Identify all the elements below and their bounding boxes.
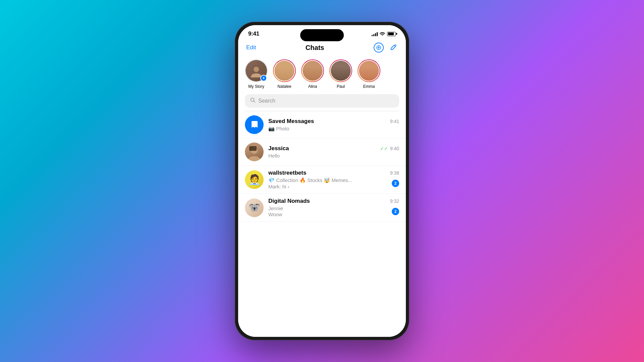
- status-time: 9:41: [248, 31, 259, 37]
- search-container[interactable]: Search: [238, 93, 406, 111]
- story-natalee[interactable]: Natalee: [273, 59, 296, 89]
- add-story-button[interactable]: +: [260, 75, 267, 81]
- badge-wsb: 2: [392, 180, 399, 187]
- saved-messages-avatar: [245, 115, 264, 134]
- phone-device: 9:41: [235, 22, 409, 340]
- header-actions: [374, 43, 398, 53]
- edit-button[interactable]: Edit: [246, 44, 256, 51]
- new-group-button[interactable]: [374, 43, 384, 53]
- chat-content-saved: Saved Messages 9:41 📷 Photo: [268, 118, 399, 132]
- story-label-alina: Alina: [308, 84, 317, 89]
- svg-line-5: [254, 101, 255, 103]
- page-title: Chats: [306, 44, 324, 52]
- search-bar[interactable]: Search: [245, 94, 399, 108]
- chat-content-wsb: wallstreetbets 9:38 💎 Collection 🔥 Stock…: [268, 170, 399, 189]
- story-paul[interactable]: Paul: [329, 59, 352, 89]
- chat-list: Saved Messages 9:41 📷 Photo: [238, 111, 406, 337]
- chat-name-wsb: wallstreetbets: [268, 170, 306, 176]
- dn-preview: Jennie Woow: [268, 205, 392, 218]
- wsb-mark-preview: Mark: hi ›: [268, 184, 289, 189]
- chat-name-dn: Digital Nomads: [268, 198, 310, 204]
- signal-icon: [372, 32, 378, 36]
- wsb-avatar: 🧑‍💼: [245, 170, 264, 189]
- chat-preview-jessica: Hello: [268, 153, 280, 159]
- wsb-tags-row: 💎 Collection 🔥 Stocks 🤯 Memes...: [268, 177, 392, 183]
- header: Edit Chats: [238, 40, 406, 57]
- battery-icon: [387, 32, 396, 36]
- dn-preview-name: Jennie: [268, 205, 283, 211]
- svg-rect-7: [249, 146, 257, 151]
- wsb-tag-memes: 🤯 Memes...: [324, 177, 352, 183]
- story-label-emma: Emma: [363, 84, 375, 89]
- status-icons: [372, 31, 396, 37]
- search-icon: [250, 98, 256, 104]
- chat-time-jessica: 9:40: [390, 146, 399, 151]
- stories-row: + My Story Natalee: [238, 57, 406, 93]
- chat-content-jessica: Jessica ✓✓ 9:40 Hello: [268, 145, 399, 159]
- wsb-mark-row: Mark: hi ›: [268, 184, 392, 189]
- search-placeholder: Search: [258, 98, 275, 104]
- dn-avatar: 🐨: [245, 198, 264, 217]
- badge-dn: 2: [392, 208, 399, 215]
- story-my-story[interactable]: + My Story: [245, 59, 268, 89]
- story-label-paul: Paul: [337, 84, 345, 89]
- chat-name-saved: Saved Messages: [268, 118, 314, 125]
- dn-preview-sub: Woow: [268, 212, 282, 217]
- chat-time-wsb: 9:38: [390, 170, 399, 176]
- chat-content-dn: Digital Nomads 9:32 Jennie Woow 2: [268, 198, 399, 218]
- chat-item-saved-messages[interactable]: Saved Messages 9:41 📷 Photo: [238, 111, 406, 138]
- double-check-jessica: ✓✓: [380, 146, 388, 151]
- story-label-my-story: My Story: [248, 84, 264, 89]
- jessica-avatar: [245, 142, 264, 161]
- story-emma[interactable]: Emma: [358, 59, 380, 89]
- chat-item-jessica[interactable]: Jessica ✓✓ 9:40 Hello: [238, 138, 406, 166]
- chat-name-jessica: Jessica: [268, 145, 289, 152]
- wsb-preview: 💎 Collection 🔥 Stocks 🤯 Memes... Mark: h…: [268, 177, 392, 189]
- phone-screen: 9:41: [238, 25, 406, 337]
- chat-item-digital-nomads[interactable]: 🐨 Digital Nomads 9:32 Jennie Woow 2: [238, 194, 406, 222]
- chat-time-saved: 9:41: [390, 119, 399, 124]
- chat-item-wallstreetbets[interactable]: 🧑‍💼 wallstreetbets 9:38 💎 Collection 🔥 S…: [238, 166, 406, 194]
- wsb-tag-stocks: 🔥 Stocks: [300, 177, 322, 183]
- story-alina[interactable]: Alina: [301, 59, 324, 89]
- chat-time-dn: 9:32: [390, 198, 399, 204]
- chat-preview-saved: 📷 Photo: [268, 126, 289, 132]
- dynamic-island: [300, 29, 344, 41]
- story-label-natalee: Natalee: [277, 84, 291, 89]
- wifi-icon: [380, 31, 385, 37]
- compose-button[interactable]: [390, 43, 398, 52]
- svg-point-3: [254, 67, 259, 72]
- wsb-tag-collection: 💎 Collection: [268, 177, 298, 183]
